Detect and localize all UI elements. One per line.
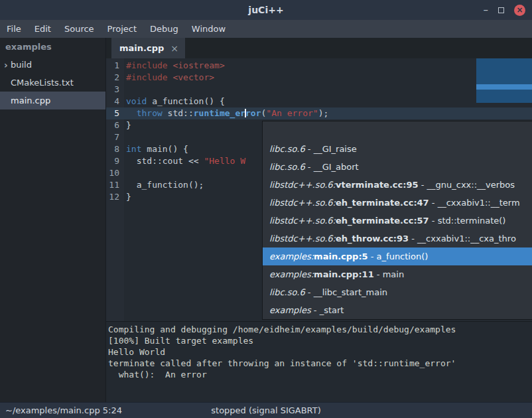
maximize-button[interactable] [498,7,504,13]
frame-location: main.cpp:5 [314,251,368,261]
minimize-button[interactable]: – [484,5,489,15]
code-token: #include [126,60,168,70]
line-number: 3 [106,84,124,96]
terminal-line-4: what(): An error [108,369,532,380]
code-line-3[interactable]: 3 [106,84,532,96]
frame-library: examples: [269,269,314,279]
code-token: int [126,144,141,154]
frame-location: eh_terminate.cc:57 [336,216,429,226]
menu-item-file[interactable]: File [0,20,28,38]
code-token: ); [318,108,329,118]
code-text: } [124,191,131,203]
close-button[interactable]: × [514,5,525,16]
code-token: <vector> [172,72,214,82]
frame-library: libc.so.6 [269,162,305,172]
code-text: void a_function() { [124,96,225,107]
code-text: } [124,119,131,131]
stack-frame-6[interactable]: libstdc++.so.6:eh_throw.cc:93 - __cxxabi… [263,230,532,247]
code-text: a_function(); [124,179,204,191]
code-token: "Hello W [204,156,245,166]
menu-item-source[interactable]: Source [58,20,101,38]
frame-function: - __libc_start_main [305,287,387,297]
stack-frame-9[interactable]: libc.so.6 - __libc_start_main [263,283,532,301]
code-token: std:: [163,108,194,118]
line-number: 5 [106,107,124,119]
line-number: 9 [106,155,124,167]
menu-item-window[interactable]: Window [185,20,232,38]
tree-item-build[interactable]: ›build [0,56,105,74]
code-token: #include [126,72,168,82]
code-text: #include <iostream> [124,60,225,72]
frame-location: vterminate.cc:95 [336,180,419,190]
stack-frame-10[interactable]: examples - _start [263,301,532,319]
frame-function: - std::terminate() [429,216,506,226]
frame-library: libc.so.6 [269,144,305,154]
frame-library: libc.so.6 [269,287,305,297]
expand-arrow-icon: › [0,60,9,70]
title-bar: juCi++ – × [0,0,532,20]
stack-frame-1[interactable]: libc.so.6 - __GI_raise [263,140,532,158]
menu-item-edit[interactable]: Edit [28,20,58,38]
code-token: throw [137,108,163,118]
code-token: ror [245,108,261,118]
frame-function: - a_function() [368,251,429,261]
tree-item-label: main.cpp [9,96,50,105]
frame-library: libstdc++.so.6: [269,216,336,226]
code-text [124,167,126,179]
code-token: a_function(); [126,180,204,190]
tab-bar: main.cpp× [106,38,532,58]
code-text: throw std::runtime_error("An error"); [124,107,328,119]
status-bar: ~/examples/main.cpp 5:24 stopped (signal… [0,402,532,418]
tab-main.cpp[interactable]: main.cpp× [111,38,185,58]
code-token: } [126,120,131,130]
code-token [126,108,137,118]
code-line-2[interactable]: 2#include <vector> [106,72,532,84]
overlay-highlight [476,84,532,90]
frame-function: - __cxxabiv1::__cxa_thro [409,234,516,244]
frame-function: - main [374,269,404,279]
stack-frame-spacer [263,121,532,140]
stack-frame-7[interactable]: examples:main.cpp:5 - a_function() [263,247,532,265]
code-text: std::cout << "Hello W [124,155,245,167]
stack-frame-5[interactable]: libstdc++.so.6:eh_terminate.cc:57 - std:… [263,212,532,230]
code-text [124,84,126,96]
menu-bar: FileEditSourceProjectDebugWindow [0,20,532,38]
line-number: 10 [106,167,124,179]
stack-frame-8[interactable]: examples:main.cpp:11 - main [263,265,532,283]
stack-frame-2[interactable]: libc.so.6 - __GI_abort [263,158,532,176]
frame-function: - __gnu_cxx::__verbos [419,180,515,190]
code-line-1[interactable]: 1#include <iostream> [106,60,532,72]
terminal-line-0: Compiling and debugging /home/eidheim/ex… [108,324,532,335]
editor-overlay-panel [476,58,532,103]
menu-item-project[interactable]: Project [101,20,143,38]
tree-item-cmakelists.txt[interactable]: CMakeLists.txt [0,74,105,92]
stack-trace-popup: libc.so.6 - __GI_raiselibc.so.6 - __GI_a… [262,121,532,320]
frame-function: - __GI_abort [305,162,359,172]
frame-function: - _start [311,305,344,315]
tab-close-icon[interactable]: × [170,44,178,53]
code-text: int main() { [124,143,188,155]
line-number: 4 [106,96,124,107]
stack-frame-4[interactable]: libstdc++.so.6:eh_terminate.cc:47 - __cx… [263,194,532,212]
tree-item-label: CMakeLists.txt [9,78,74,88]
terminal-output[interactable]: Compiling and debugging /home/eidheim/ex… [106,321,532,402]
frame-location: eh_throw.cc:93 [336,234,409,244]
code-token: "An error" [266,108,318,118]
line-number: 12 [106,191,124,203]
menu-item-debug[interactable]: Debug [143,20,185,38]
frame-library: libstdc++.so.6: [269,234,336,244]
code-line-5[interactable]: 5 throw std::runtime_error("An error"); [106,107,532,119]
code-token: } [126,192,131,202]
terminal-line-1: [100%] Built target examples [108,335,532,346]
frame-library: examples [269,305,311,315]
code-text [124,131,126,143]
frame-location: main.cpp:11 [314,269,374,279]
project-name: examples [0,38,105,56]
tree-item-main.cpp[interactable]: main.cpp [0,92,105,109]
frame-function: - __GI_raise [305,144,357,154]
line-number: 11 [106,179,124,191]
line-number: 7 [106,131,124,143]
code-line-4[interactable]: 4void a_function() { [106,96,532,107]
tree-item-label: build [9,60,32,70]
stack-frame-3[interactable]: libstdc++.so.6:vterminate.cc:95 - __gnu_… [263,176,532,194]
